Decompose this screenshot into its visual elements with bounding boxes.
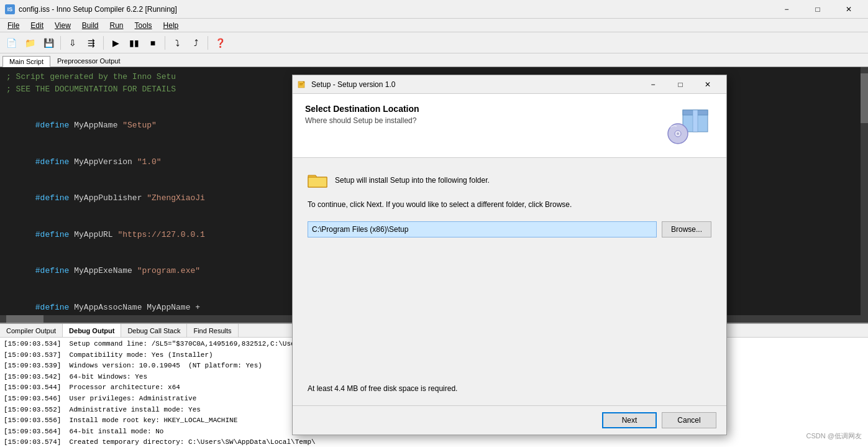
title-bar-left: IS config.iss - Inno Setup Compiler 6.2.…	[5, 4, 177, 14]
dialog-illustration	[664, 104, 714, 147]
menu-build[interactable]: Build	[77, 19, 104, 32]
menu-bar: File Edit View Build Run Tools Help	[0, 19, 868, 32]
disk-space-text: At least 4.4 MB of free disk space is re…	[308, 384, 711, 393]
toolbar-sep2	[103, 36, 104, 50]
download-button[interactable]: ⇩	[64, 34, 81, 52]
dialog-title-left: Setup - Setup version 1.0	[298, 80, 395, 90]
tab-debug-call-stack[interactable]: Debug Call Stack	[121, 324, 187, 337]
folder-icon	[308, 172, 327, 188]
menu-file[interactable]: File	[2, 19, 24, 32]
svg-rect-10	[308, 177, 327, 187]
next-button[interactable]: Next	[602, 412, 657, 428]
dialog-title-text: Setup - Setup version 1.0	[311, 80, 395, 89]
svg-point-9	[677, 132, 679, 135]
setup-dialog: Setup - Setup version 1.0 − □ ✕ Select D…	[292, 75, 727, 435]
folder-message: Setup will install Setup into the follow…	[335, 176, 490, 185]
dialog-maximize-button[interactable]: □	[667, 76, 694, 93]
dialog-close-button[interactable]: ✕	[694, 76, 721, 93]
svg-rect-2	[299, 83, 303, 84]
browse-button[interactable]: Browse...	[662, 221, 711, 237]
svg-rect-6	[693, 110, 698, 132]
tab-preprocessor[interactable]: Preprocessor Output	[50, 55, 127, 67]
path-row: Browse...	[308, 221, 711, 237]
editor-scrollbar[interactable]	[861, 67, 868, 323]
open-button[interactable]: 📁	[21, 34, 39, 52]
step-button[interactable]: ⤵	[168, 34, 186, 52]
setup-dialog-icon	[298, 80, 308, 90]
next-label: Next	[622, 416, 637, 425]
help-button[interactable]: ❓	[211, 34, 229, 52]
app-title: config.iss - Inno Setup Compiler 6.2.2 […	[19, 5, 177, 14]
dialog-header-title: Select Destination Location	[305, 104, 664, 114]
output-line-10: [15:09:03.574] Created temporary directo…	[4, 437, 864, 447]
save-button[interactable]: 💾	[40, 34, 57, 52]
folder-icon-wrap	[308, 170, 327, 190]
scroll-thumb[interactable]	[861, 73, 868, 123]
tab-main-script[interactable]: Main Script	[2, 56, 50, 67]
toolbar: 📄 📁 💾 ⇩ ⇶ ▶ ▮▮ ■ ⤵ ⤴ ❓	[0, 32, 868, 53]
toolbar-sep1	[60, 36, 61, 50]
tab-find-results[interactable]: Find Results	[187, 324, 238, 337]
dialog-header: Select Destination Location Where should…	[293, 94, 726, 158]
menu-view[interactable]: View	[50, 19, 76, 32]
run-button[interactable]: ▶	[107, 34, 124, 52]
menu-tools[interactable]: Tools	[130, 19, 157, 32]
menu-help[interactable]: Help	[158, 19, 184, 32]
dialog-footer: Next Cancel	[293, 405, 726, 435]
dialog-header-subtitle: Where should Setup be installed?	[305, 116, 664, 125]
new-button[interactable]: 📄	[2, 34, 20, 52]
app-icon: IS	[5, 4, 15, 14]
cancel-label: Cancel	[677, 416, 700, 425]
toolbar-sep3	[165, 36, 165, 50]
path-input[interactable]	[308, 221, 657, 237]
title-bar-controls: − □ ✕	[772, 1, 863, 18]
tab-compiler-output[interactable]: Compiler Output	[0, 324, 63, 337]
dialog-body: Select Destination Location Where should…	[293, 94, 726, 435]
folder-row: Setup will install Setup into the follow…	[308, 170, 711, 190]
dialog-header-text: Select Destination Location Where should…	[305, 104, 664, 125]
cancel-button[interactable]: Cancel	[662, 412, 716, 428]
title-bar: IS config.iss - Inno Setup Compiler 6.2.…	[0, 0, 868, 19]
dialog-minimize-button[interactable]: −	[639, 76, 667, 93]
compile-button[interactable]: ⇶	[83, 34, 100, 52]
maximize-button[interactable]: □	[803, 1, 832, 18]
instruction-text: To continue, click Next. If you would li…	[308, 199, 711, 210]
stop-button[interactable]: ■	[144, 34, 162, 52]
close-button[interactable]: ✕	[834, 1, 863, 18]
pause-button[interactable]: ▮▮	[126, 34, 143, 52]
dialog-titlebar: Setup - Setup version 1.0 − □ ✕	[293, 75, 726, 94]
toolbar-sep4	[208, 36, 208, 50]
minimize-button[interactable]: −	[772, 1, 801, 18]
h-scroll-thumb[interactable]	[6, 315, 43, 323]
dialog-win-buttons: − □ ✕	[639, 76, 721, 93]
tab-debug-output[interactable]: Debug Output	[63, 324, 121, 337]
editor-tab-bar: Main Script Preprocessor Output	[0, 53, 868, 67]
svg-rect-3	[299, 85, 303, 85]
dialog-content: Setup will install Setup into the follow…	[293, 158, 726, 405]
menu-edit[interactable]: Edit	[25, 19, 48, 32]
menu-run[interactable]: Run	[105, 19, 129, 32]
step2-button[interactable]: ⤴	[187, 34, 204, 52]
